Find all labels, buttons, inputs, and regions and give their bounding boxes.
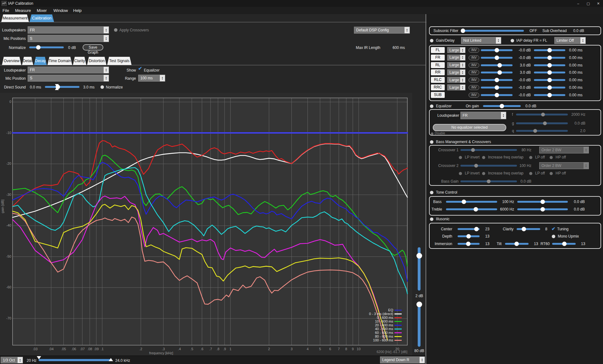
equalizer-radio[interactable] bbox=[430, 104, 433, 108]
slider-handle[interactable] bbox=[495, 85, 499, 90]
channel-button-rlc[interactable]: RLC bbox=[431, 77, 445, 83]
tab-detail[interactable]: Detail bbox=[22, 57, 33, 65]
loudspeakers-select[interactable]: FR▲▼ bbox=[28, 26, 109, 34]
clarity-slider[interactable] bbox=[517, 228, 540, 230]
freq-range-right-handle[interactable] bbox=[109, 358, 113, 361]
slider-handle[interactable] bbox=[466, 234, 471, 238]
tilt-slider[interactable] bbox=[505, 243, 529, 245]
maximize-button[interactable]: ▢ bbox=[584, 0, 593, 7]
slider-handle[interactable] bbox=[416, 302, 422, 307]
slider-handle[interactable] bbox=[500, 104, 504, 108]
decay-mic-position-select[interactable]: S▲▼ bbox=[28, 75, 109, 82]
no-equalizer-button[interactable]: No equalizer selected bbox=[433, 124, 506, 131]
slider-handle[interactable] bbox=[514, 242, 519, 246]
channel-invert-button[interactable]: INV bbox=[469, 70, 479, 75]
mic-positions-select[interactable]: S▲▼ bbox=[28, 35, 109, 42]
slider-handle[interactable] bbox=[541, 207, 545, 211]
channel-invert-button[interactable]: INV bbox=[469, 93, 479, 98]
decay-loudspeaker-select[interactable]: FR▲▼ bbox=[28, 67, 109, 73]
menu-help[interactable]: Help bbox=[71, 7, 84, 14]
apply-crossovers-radio[interactable] bbox=[114, 28, 117, 32]
channel-invert-button[interactable]: INV bbox=[469, 63, 479, 68]
legend-position-select[interactable]: Legend Down R▲▼ bbox=[380, 356, 425, 363]
slider-handle[interactable] bbox=[36, 45, 41, 50]
tab-measurement[interactable]: Measurement bbox=[1, 14, 29, 22]
tab-test-signals[interactable]: Test Signals bbox=[107, 57, 132, 65]
channel-delay-slider[interactable] bbox=[534, 72, 565, 73]
center-slider[interactable] bbox=[458, 228, 480, 230]
illusonic-radio[interactable] bbox=[430, 217, 433, 221]
channel-button-rl[interactable]: RL bbox=[431, 62, 445, 68]
eq-loudspeaker-select[interactable]: FR▲▼ bbox=[460, 112, 506, 119]
slider-handle[interactable] bbox=[461, 29, 465, 33]
y-zoom-upper-slider[interactable] bbox=[418, 247, 421, 291]
menu-measure[interactable]: Measure bbox=[13, 7, 33, 14]
decay-normalize-radio[interactable] bbox=[100, 85, 104, 89]
depth-slider[interactable] bbox=[458, 235, 480, 237]
slider-handle[interactable] bbox=[547, 93, 552, 97]
normalize-slider[interactable] bbox=[29, 46, 64, 48]
range-select[interactable]: 100 ms▲▼ bbox=[138, 75, 165, 82]
resolution-select[interactable]: 1/3 Oct▲▼ bbox=[1, 357, 23, 363]
freq-range-left-handle[interactable] bbox=[37, 356, 41, 359]
direct-sound-slider[interactable] bbox=[45, 86, 79, 88]
tab-time-domain[interactable]: Time Domain bbox=[47, 57, 72, 65]
tuning-checkbox[interactable]: ✔ bbox=[551, 227, 556, 231]
channel-invert-button[interactable]: INV bbox=[469, 55, 479, 60]
subsonic-filter-slider[interactable] bbox=[461, 30, 524, 32]
channel-invert-button[interactable]: INV bbox=[469, 85, 479, 90]
channel-delay-slider[interactable] bbox=[534, 79, 565, 81]
slider-handle[interactable] bbox=[547, 56, 552, 60]
channel-delay-slider[interactable] bbox=[534, 87, 565, 88]
channel-gain-slider[interactable] bbox=[481, 87, 513, 88]
channel-gain-slider[interactable] bbox=[481, 94, 513, 96]
channel-button-sub[interactable]: SUB bbox=[431, 92, 445, 98]
channel-size-select[interactable]: Large▲▼ bbox=[447, 55, 465, 61]
channel-delay-slider[interactable] bbox=[534, 64, 565, 66]
slider-handle[interactable] bbox=[522, 227, 526, 231]
slider-handle[interactable] bbox=[462, 200, 466, 204]
dsp-config-select[interactable]: Default DSP Config▲▼ bbox=[354, 27, 410, 34]
tone-gain-slider[interactable] bbox=[517, 208, 568, 210]
limiter-select[interactable]: Limiter Off▲▼ bbox=[554, 37, 586, 44]
gain-delay-link-select[interactable]: Not Linked▲▼ bbox=[461, 37, 501, 44]
slider-handle[interactable] bbox=[547, 85, 552, 90]
save-graph-button[interactable]: Save Graph bbox=[83, 44, 103, 51]
channel-gain-slider[interactable] bbox=[481, 57, 513, 59]
close-button[interactable]: ✕ bbox=[594, 0, 603, 7]
channel-button-fr[interactable]: FR bbox=[431, 55, 445, 61]
slider-handle[interactable] bbox=[547, 78, 552, 82]
tone-control-radio[interactable] bbox=[430, 191, 433, 194]
channel-size-select[interactable]: Large▲▼ bbox=[447, 84, 465, 90]
slider-handle[interactable] bbox=[497, 63, 502, 67]
tab-overview[interactable]: Overview bbox=[2, 57, 21, 65]
slider-handle[interactable] bbox=[547, 70, 552, 75]
gain-delay-radio[interactable] bbox=[430, 39, 433, 42]
slider-handle[interactable] bbox=[547, 63, 552, 67]
equalizer-checkbox[interactable]: ✔ bbox=[138, 66, 142, 71]
slider-handle[interactable] bbox=[495, 48, 499, 52]
slider-handle[interactable] bbox=[474, 227, 479, 231]
freq-range-slider[interactable] bbox=[39, 359, 112, 361]
channel-button-fl[interactable]: FL bbox=[431, 47, 445, 53]
slider-handle[interactable] bbox=[474, 207, 478, 211]
tab-clarity[interactable]: Clarity bbox=[73, 57, 86, 65]
slider-handle[interactable] bbox=[495, 78, 499, 82]
channel-button-rrc[interactable]: RRC bbox=[431, 84, 445, 90]
slider-handle[interactable] bbox=[541, 200, 545, 204]
channel-size-select[interactable]: Large▲▼ bbox=[447, 62, 465, 68]
y-zoom-lower-slider[interactable] bbox=[418, 302, 421, 347]
channel-delay-slider[interactable] bbox=[534, 49, 565, 51]
menu-window[interactable]: Window bbox=[52, 7, 70, 14]
channel-delay-slider[interactable] bbox=[534, 57, 565, 59]
tab-decay[interactable]: Decay bbox=[34, 57, 47, 65]
iap-delay-radio[interactable] bbox=[511, 39, 514, 42]
channel-gain-slider[interactable] bbox=[481, 49, 513, 51]
tone-freq-slider[interactable] bbox=[446, 208, 497, 210]
eq-on-gain-slider[interactable] bbox=[483, 105, 521, 107]
tone-freq-slider[interactable] bbox=[446, 201, 497, 203]
channel-button-rr[interactable]: RR bbox=[431, 69, 445, 75]
channel-gain-slider[interactable] bbox=[481, 64, 513, 66]
menu-file[interactable]: File bbox=[1, 7, 11, 14]
menu-mixer[interactable]: Mixer bbox=[35, 7, 49, 14]
